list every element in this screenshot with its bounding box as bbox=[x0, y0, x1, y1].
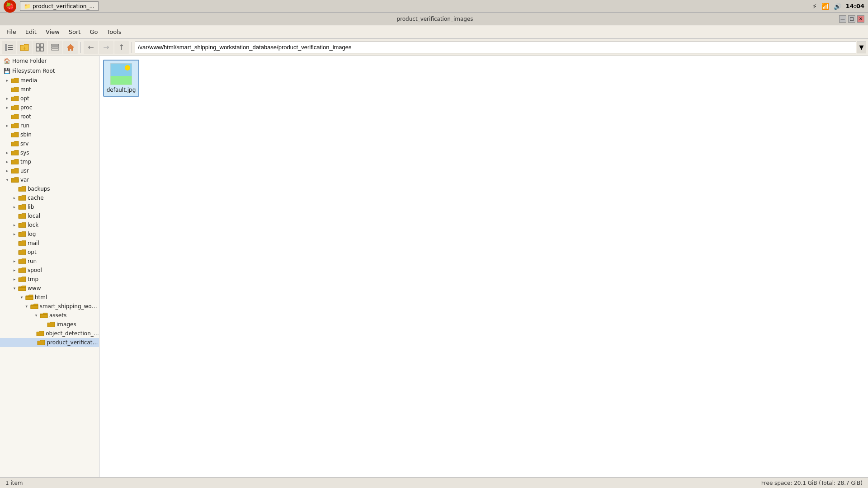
forward-icon: → bbox=[103, 43, 109, 52]
tree-item-spool[interactable]: ▸ spool bbox=[0, 266, 99, 275]
menu-bar: File Edit View Sort Go Tools bbox=[0, 25, 868, 39]
tree-item-smart_shipping[interactable]: ▾ smart_shipping_worksta bbox=[0, 302, 99, 311]
new-folder-button[interactable]: + bbox=[17, 41, 32, 54]
sidebar-filesystem-root[interactable]: 💾 Filesystem Root bbox=[0, 66, 99, 76]
bluetooth-icon[interactable]: ⚡ bbox=[812, 3, 817, 10]
maximize-button[interactable]: □ bbox=[848, 15, 855, 23]
tree-item-product_verification[interactable]: product_verification_ bbox=[0, 338, 99, 347]
tree-item-tmp2[interactable]: ▸ tmp bbox=[0, 275, 99, 284]
tree-item-images[interactable]: images bbox=[0, 320, 99, 329]
folder-icon-local bbox=[18, 212, 26, 220]
tree-toggle-tmp[interactable]: ▸ bbox=[4, 158, 11, 165]
file-area[interactable]: default.jpg bbox=[99, 56, 868, 477]
tree-label-cache: cache bbox=[28, 195, 44, 201]
tree-item-mnt[interactable]: mnt bbox=[0, 85, 99, 94]
address-bar[interactable] bbox=[135, 42, 856, 53]
tree-label-lock: lock bbox=[28, 222, 38, 228]
tree-item-var[interactable]: ▾ var bbox=[0, 175, 99, 184]
tree-toggle-run[interactable]: ▸ bbox=[4, 122, 11, 129]
list-view-icon bbox=[51, 43, 59, 52]
tree-toggle-run2[interactable]: ▸ bbox=[11, 258, 18, 265]
tree-item-sys[interactable]: ▸ sys bbox=[0, 148, 99, 157]
tree-toggle-assets[interactable]: ▾ bbox=[33, 312, 40, 319]
menu-tools[interactable]: Tools bbox=[103, 27, 126, 37]
minimize-button[interactable]: — bbox=[839, 15, 846, 23]
menu-view[interactable]: View bbox=[41, 27, 64, 37]
tree-toggle-log[interactable]: ▸ bbox=[11, 230, 18, 238]
tree-item-mail[interactable]: mail bbox=[0, 239, 99, 248]
svg-rect-12 bbox=[11, 179, 19, 182]
tree-item-tmp[interactable]: ▸ tmp bbox=[0, 157, 99, 166]
menu-file[interactable]: File bbox=[2, 27, 21, 37]
tree-item-root[interactable]: root bbox=[0, 112, 99, 121]
menu-go[interactable]: Go bbox=[85, 27, 102, 37]
tree-item-opt2[interactable]: opt bbox=[0, 248, 99, 257]
tree-item-local[interactable]: local bbox=[0, 211, 99, 221]
volume-icon[interactable]: 🔊 bbox=[834, 3, 841, 10]
tree-toggle-sys[interactable]: ▸ bbox=[4, 149, 11, 156]
folder-icon-assets bbox=[40, 312, 48, 319]
tree-item-sbin[interactable]: sbin bbox=[0, 130, 99, 139]
app-menu-button[interactable]: 🍓 bbox=[4, 0, 16, 13]
up-button[interactable]: ↑ bbox=[114, 41, 129, 54]
folder-icon-smart_shipping bbox=[30, 303, 38, 310]
address-dropdown-button[interactable]: ▼ bbox=[857, 42, 866, 53]
grid-view-button[interactable] bbox=[33, 41, 47, 54]
tree-item-run[interactable]: ▸ run bbox=[0, 121, 99, 130]
taskbar-item-files[interactable]: 📁 product_verification_... bbox=[20, 1, 99, 11]
tree-item-cache[interactable]: ▸ cache bbox=[0, 193, 99, 202]
tree-item-lock[interactable]: ▸ lock bbox=[0, 221, 99, 230]
tree-toggle-lib[interactable]: ▸ bbox=[11, 203, 18, 211]
menu-sort[interactable]: Sort bbox=[64, 27, 85, 37]
forward-button[interactable]: → bbox=[99, 41, 113, 54]
tree-toggle-media[interactable]: ▸ bbox=[4, 77, 11, 84]
svg-rect-8 bbox=[40, 48, 43, 51]
list-view-button[interactable] bbox=[48, 41, 62, 54]
tree-item-www[interactable]: ▾ www bbox=[0, 284, 99, 293]
tree-toggle-smart_shipping[interactable]: ▾ bbox=[23, 303, 30, 310]
file-item[interactable]: default.jpg bbox=[103, 60, 139, 97]
toggle-sidebar-button[interactable] bbox=[2, 41, 16, 54]
tree-item-proc[interactable]: ▸ proc bbox=[0, 103, 99, 112]
tree-item-assets[interactable]: ▾ assets bbox=[0, 311, 99, 320]
tree-item-lib[interactable]: ▸ lib bbox=[0, 202, 99, 211]
back-button[interactable]: ← bbox=[84, 41, 98, 54]
tree-label-local: local bbox=[28, 213, 40, 219]
tree-item-run2[interactable]: ▸ run bbox=[0, 257, 99, 266]
tree-toggle-proc[interactable]: ▸ bbox=[4, 104, 11, 111]
tree-label-tmp: tmp bbox=[20, 159, 31, 165]
file-tree: ▸ media mnt▸ opt▸ proc root▸ run sbin sr… bbox=[0, 76, 99, 347]
tree-item-html[interactable]: ▾ html bbox=[0, 293, 99, 302]
tree-item-media[interactable]: ▸ media bbox=[0, 76, 99, 85]
tree-toggle-cache[interactable]: ▸ bbox=[11, 194, 18, 202]
folder-icon-object_detection_mod bbox=[36, 330, 44, 337]
home-button[interactable] bbox=[63, 41, 78, 54]
tree-toggle-tmp2[interactable]: ▸ bbox=[11, 276, 18, 283]
folder-icon-mnt bbox=[11, 86, 19, 93]
tree-item-object_detection_mod[interactable]: object_detection_mod bbox=[0, 329, 99, 338]
tree-toggle-opt[interactable]: ▸ bbox=[4, 95, 11, 102]
sidebar-home-folder[interactable]: 🏠 Home Folder bbox=[0, 56, 99, 66]
tree-item-opt[interactable]: ▸ opt bbox=[0, 94, 99, 103]
back-icon: ← bbox=[88, 43, 94, 52]
tree-spacer bbox=[11, 249, 18, 256]
network-icon[interactable]: 📶 bbox=[821, 3, 829, 10]
tree-toggle-spool[interactable]: ▸ bbox=[11, 267, 18, 274]
tree-toggle-www[interactable]: ▾ bbox=[11, 285, 18, 292]
tree-label-tmp2: tmp bbox=[28, 276, 38, 282]
tree-toggle-var[interactable]: ▾ bbox=[4, 176, 11, 183]
menu-edit[interactable]: Edit bbox=[21, 27, 41, 37]
tree-item-log[interactable]: ▸ log bbox=[0, 230, 99, 239]
new-folder-icon: + bbox=[20, 43, 29, 52]
tree-toggle-html[interactable]: ▾ bbox=[18, 294, 25, 301]
tree-item-backups[interactable]: backups bbox=[0, 184, 99, 193]
tree-toggle-usr[interactable]: ▸ bbox=[4, 167, 11, 174]
close-button[interactable]: ✕ bbox=[857, 15, 864, 23]
tree-item-usr[interactable]: ▸ usr bbox=[0, 166, 99, 175]
tree-spacer bbox=[4, 86, 11, 93]
tree-item-srv[interactable]: srv bbox=[0, 139, 99, 148]
folder-icon-sbin bbox=[11, 131, 19, 138]
svg-rect-15 bbox=[31, 305, 38, 309]
tree-toggle-lock[interactable]: ▸ bbox=[11, 221, 18, 229]
tree-label-opt2: opt bbox=[28, 249, 37, 255]
